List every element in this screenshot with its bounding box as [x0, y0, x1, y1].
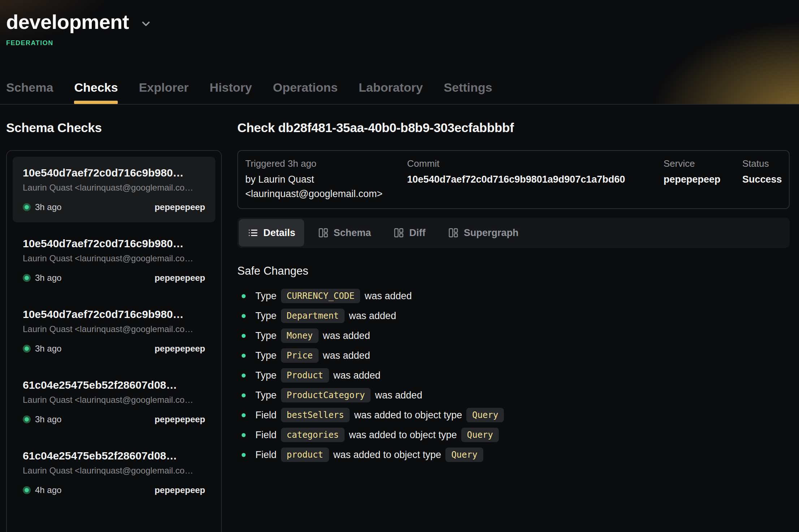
- nav-tab-history[interactable]: History: [210, 80, 252, 104]
- bullet-icon: [242, 314, 246, 318]
- check-list-item[interactable]: 61c04e25475eb52f28607d08… Laurin Quast <…: [13, 369, 215, 435]
- status-dot-icon: [23, 274, 31, 282]
- page-header: development FEDERATION Schema Checks Exp…: [0, 0, 799, 105]
- change-code2-chip: Query: [466, 408, 504, 422]
- commit-label: Commit: [407, 158, 660, 169]
- check-time: 3h ago: [35, 414, 61, 424]
- bullet-icon: [242, 334, 246, 338]
- triggered-label: Triggered 3h ago: [245, 158, 403, 169]
- change-row: Type Department was added: [237, 308, 790, 324]
- check-author: Laurin Quast <laurinquast@googlemail.co…: [23, 466, 205, 476]
- change-text: was added: [349, 310, 396, 322]
- check-time: 3h ago: [35, 344, 61, 354]
- check-id: 10e540d7aef72c0d716c9b980…: [23, 167, 205, 179]
- check-id: 61c04e25475eb52f28607d08…: [23, 379, 205, 391]
- change-text: was added to object type: [354, 410, 462, 421]
- check-meta-box: Triggered 3h ago by Laurin Quast <laurin…: [237, 150, 790, 209]
- columns-icon: [393, 227, 404, 238]
- meta-status: Status Success: [742, 158, 782, 201]
- bullet-icon: [242, 433, 246, 437]
- change-code-chip: Price: [281, 348, 319, 363]
- check-time: 3h ago: [35, 202, 61, 212]
- safe-changes-heading: Safe Changes: [237, 265, 790, 278]
- check-service: pepepepeep: [155, 485, 205, 495]
- change-text: was added: [333, 370, 381, 381]
- change-code2-chip: Query: [461, 428, 499, 442]
- check-list-item[interactable]: 61c04e25475eb52f28607d08… Laurin Quast <…: [13, 440, 215, 505]
- nav-tab-checks[interactable]: Checks: [74, 80, 118, 104]
- checks-list: 10e540d7aef72c0d716c9b980… Laurin Quast …: [6, 150, 222, 532]
- check-list-item[interactable]: 10e540d7aef72c0d716c9b980… Laurin Quast …: [13, 157, 215, 222]
- change-text: was added to object type: [333, 449, 441, 461]
- change-code-chip: Department: [281, 309, 345, 323]
- check-author: Laurin Quast <laurinquast@googlemail.co…: [23, 395, 205, 405]
- change-kind: Field: [255, 410, 277, 421]
- nav-tab-explorer[interactable]: Explorer: [139, 80, 189, 104]
- tab-details[interactable]: Details: [239, 219, 304, 247]
- triggered-email: <laurinquast@googlemail.com>: [245, 187, 403, 201]
- commit-hash: 10e540d7aef72c0d716c9b9801a9d907c1a7bd60: [407, 172, 660, 187]
- check-author: Laurin Quast <laurinquast@googlemail.co…: [23, 324, 205, 334]
- chevron-down-icon[interactable]: [140, 18, 152, 30]
- change-text: was added: [323, 330, 370, 341]
- check-service: pepepepeep: [155, 273, 205, 283]
- change-row: Type Product was added: [237, 367, 790, 384]
- status-dot-icon: [23, 415, 31, 423]
- bullet-icon: [242, 393, 246, 397]
- tab-schema[interactable]: Schema: [309, 219, 380, 247]
- bullet-icon: [242, 413, 246, 417]
- check-id: 10e540d7aef72c0d716c9b980…: [23, 308, 205, 320]
- status-dot-icon: [23, 345, 31, 353]
- status-value: Success: [742, 172, 782, 187]
- change-row: Type Price was added: [237, 347, 790, 364]
- nav-tab-schema[interactable]: Schema: [6, 80, 53, 104]
- bullet-icon: [242, 294, 246, 298]
- bullet-icon: [242, 374, 246, 378]
- check-time: 4h ago: [35, 485, 61, 495]
- federation-badge: FEDERATION: [6, 39, 799, 47]
- change-text: was added: [364, 291, 412, 302]
- change-code2-chip: Query: [445, 448, 483, 462]
- safe-changes-list: Type CURRENCY_CODE was added Type Depart…: [237, 288, 790, 463]
- change-code-chip: CURRENCY_CODE: [281, 289, 360, 303]
- triggered-by: by Laurin Quast: [245, 172, 403, 187]
- change-kind: Type: [255, 390, 277, 401]
- check-service: pepepepeep: [155, 414, 205, 424]
- nav-tab-settings[interactable]: Settings: [444, 80, 492, 104]
- tab-schema-label: Schema: [334, 227, 371, 239]
- service-label: Service: [664, 158, 739, 169]
- change-kind: Type: [255, 310, 277, 322]
- check-author: Laurin Quast <laurinquast@googlemail.co…: [23, 253, 205, 263]
- change-kind: Type: [255, 330, 277, 341]
- check-author: Laurin Quast <laurinquast@googlemail.co…: [23, 183, 205, 193]
- check-id: 10e540d7aef72c0d716c9b980…: [23, 237, 205, 250]
- main-nav: Schema Checks Explorer History Operation…: [6, 80, 492, 104]
- change-code-chip: categories: [281, 428, 345, 442]
- change-kind: Type: [255, 350, 277, 361]
- tab-supergraph[interactable]: Supergraph: [439, 219, 527, 247]
- change-code-chip: Product: [281, 368, 329, 383]
- change-kind: Field: [255, 449, 277, 461]
- checks-panel-title: Schema Checks: [6, 121, 222, 135]
- nav-tab-laboratory[interactable]: Laboratory: [359, 80, 423, 104]
- checks-sidebar: Schema Checks 10e540d7aef72c0d716c9b980……: [6, 105, 222, 532]
- tab-diff[interactable]: Diff: [385, 219, 434, 247]
- check-list-item[interactable]: 10e540d7aef72c0d716c9b980… Laurin Quast …: [13, 227, 215, 293]
- check-service: pepepepeep: [155, 202, 205, 212]
- check-list-item[interactable]: 10e540d7aef72c0d716c9b980… Laurin Quast …: [13, 298, 215, 364]
- change-text: was added: [375, 390, 422, 401]
- columns-icon: [318, 227, 329, 238]
- list-icon: [247, 227, 258, 238]
- check-id: 61c04e25475eb52f28607d08…: [23, 450, 205, 462]
- change-code-chip: product: [281, 448, 329, 462]
- nav-tab-operations[interactable]: Operations: [273, 80, 337, 104]
- check-service: pepepepeep: [155, 344, 205, 354]
- service-name: pepepepeep: [664, 172, 739, 187]
- change-kind: Field: [255, 429, 277, 441]
- check-time: 3h ago: [35, 273, 61, 283]
- tab-diff-label: Diff: [409, 227, 426, 239]
- meta-commit: Commit 10e540d7aef72c0d716c9b9801a9d907c…: [407, 158, 660, 201]
- change-code-chip: ProductCategory: [281, 388, 371, 402]
- change-row: Field product was added to object type Q…: [237, 446, 790, 463]
- change-row: Type ProductCategory was added: [237, 387, 790, 404]
